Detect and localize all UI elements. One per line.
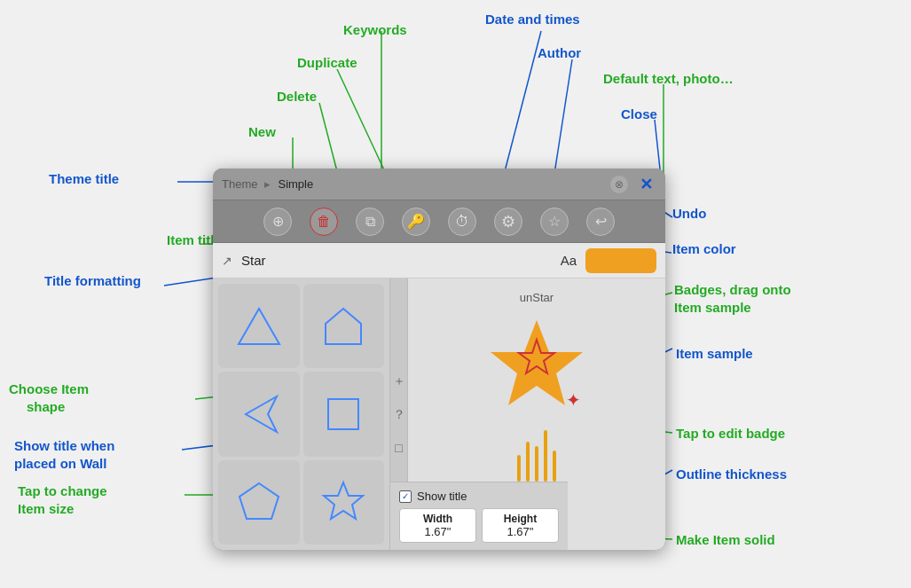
line-bar-2 (526, 442, 530, 482)
item-name-input[interactable] (241, 253, 552, 268)
default-text-label: Default text, photo… (603, 71, 734, 86)
keywords-icon: 🔑 (407, 213, 425, 230)
width-box[interactable]: Width 1.67" (399, 508, 476, 543)
item-name-row: ↗ Aa (213, 243, 665, 278)
theme-value: Simple (278, 177, 313, 191)
shape-pentagon[interactable] (218, 460, 300, 545)
triangle-shape (237, 304, 281, 349)
keywords-button[interactable]: 🔑 (402, 208, 430, 236)
line-bar-5 (553, 451, 556, 482)
square-shape (321, 392, 365, 436)
height-value: 1.67" (486, 525, 554, 538)
show-title-label2: placed on Wall (14, 456, 106, 471)
shape-panel (213, 278, 390, 550)
toolbar: ⊕ 🗑 ⧉ 🔑 ⏱ ⚙ ☆ ↩ (213, 200, 665, 243)
badges-drag-label: Badges, drag onto (674, 282, 791, 297)
aa-label: Aa (561, 253, 577, 268)
show-title-row: ✓ Show title (399, 490, 559, 503)
item-color-label: Item color (672, 241, 736, 256)
duplicate-icon: ⧉ (365, 214, 375, 230)
datetime-button[interactable]: ⏱ (448, 208, 476, 236)
svg-marker-23 (246, 396, 277, 432)
shape-star-outline[interactable] (303, 460, 385, 545)
datetime-icon: ⏱ (455, 214, 469, 230)
keywords-label: Keywords (343, 22, 407, 37)
show-title-text: Show title (417, 490, 467, 503)
duplicate-button[interactable]: ⧉ (356, 208, 384, 236)
close-button[interactable]: ✕ (635, 174, 656, 195)
tap-badge-label: Tap to edit badge (676, 426, 785, 441)
outline-thickness-label: Outline thickness (676, 466, 787, 482)
badge-icon[interactable]: ✦ (566, 389, 581, 411)
arrow-shape (237, 392, 281, 436)
theme-arrow: ▸ (264, 177, 271, 191)
theme-label: Theme (222, 177, 257, 191)
svg-marker-26 (324, 482, 363, 519)
star-outline-shape (321, 480, 365, 524)
show-title-checkbox[interactable]: ✓ (399, 490, 412, 503)
star-container: ✦ (483, 313, 590, 419)
line-bar-3 (535, 446, 538, 482)
author-label: Author (538, 45, 581, 60)
plus-divider: ＋ (393, 373, 405, 389)
author-button[interactable]: ⚙ (494, 208, 522, 236)
delete-icon: 🗑 (317, 214, 331, 230)
choose-shape-label2: shape (27, 399, 65, 414)
width-value: 1.67" (404, 525, 472, 538)
title-formatting-label: Title formatting (44, 273, 141, 288)
main-dialog: Theme ▸ Simple ⊗ ✕ ⊕ 🗑 ⧉ 🔑 ⏱ ⚙ ☆ ↩ (213, 169, 665, 550)
pentagon-shape (237, 480, 281, 524)
theme-title-label: Theme title (49, 171, 119, 186)
date-and-times-label: Date and times (485, 12, 580, 27)
delete-button[interactable]: 🗑 (310, 208, 338, 236)
tap-size-label2: Item size (18, 501, 74, 516)
new-button[interactable]: ⊕ (263, 208, 292, 236)
item-sample-label2: Item sample (674, 300, 751, 315)
shape-arrow[interactable] (218, 372, 300, 456)
line-bar-4 (544, 430, 547, 482)
close-label: Close (621, 106, 657, 122)
delete-label: Delete (277, 89, 317, 104)
shape-square[interactable] (303, 372, 385, 456)
color-swatch[interactable] (585, 248, 656, 273)
size-row: Width 1.67" Height 1.67" (399, 508, 559, 543)
item-sample-label: Item sample (676, 346, 753, 361)
undo-button[interactable]: ↩ (586, 208, 615, 236)
question-divider: ？ (393, 407, 405, 423)
bottom-panel: ✓ Show title Width 1.67" Height 1.67" (390, 482, 568, 550)
lines-container (517, 428, 556, 482)
line-bar-1 (517, 455, 521, 482)
svg-marker-21 (239, 309, 279, 344)
star-button[interactable]: ☆ (540, 208, 569, 236)
svg-marker-22 (326, 309, 361, 344)
height-box[interactable]: Height 1.67" (482, 508, 559, 543)
undo-icon: ↩ (595, 213, 607, 230)
choose-shape-label: Choose Item (9, 381, 89, 396)
show-title-label: Show title when (14, 438, 114, 453)
new-icon: ⊕ (272, 213, 284, 230)
tap-size-label: Tap to change (18, 483, 107, 498)
svg-marker-25 (240, 483, 279, 519)
unstar-label: unStar (520, 291, 554, 304)
square-divider: □ (395, 441, 402, 455)
duplicate-label: Duplicate (297, 55, 357, 70)
height-label: Height (486, 513, 554, 525)
shape-house[interactable] (303, 284, 385, 368)
star-icon: ☆ (548, 213, 561, 230)
make-solid-label: Make Item solid (676, 532, 775, 547)
shape-triangle[interactable] (218, 284, 300, 368)
title-bar: Theme ▸ Simple ⊗ ✕ (213, 169, 665, 200)
svg-rect-24 (328, 399, 358, 429)
house-shape (321, 304, 365, 349)
new-label: New (248, 124, 276, 139)
width-label: Width (404, 513, 472, 525)
item-name-arrow: ↗ (222, 254, 232, 268)
undo-label: Undo (672, 206, 706, 221)
clear-button[interactable]: ⊗ (610, 176, 628, 193)
author-icon: ⚙ (501, 212, 515, 231)
